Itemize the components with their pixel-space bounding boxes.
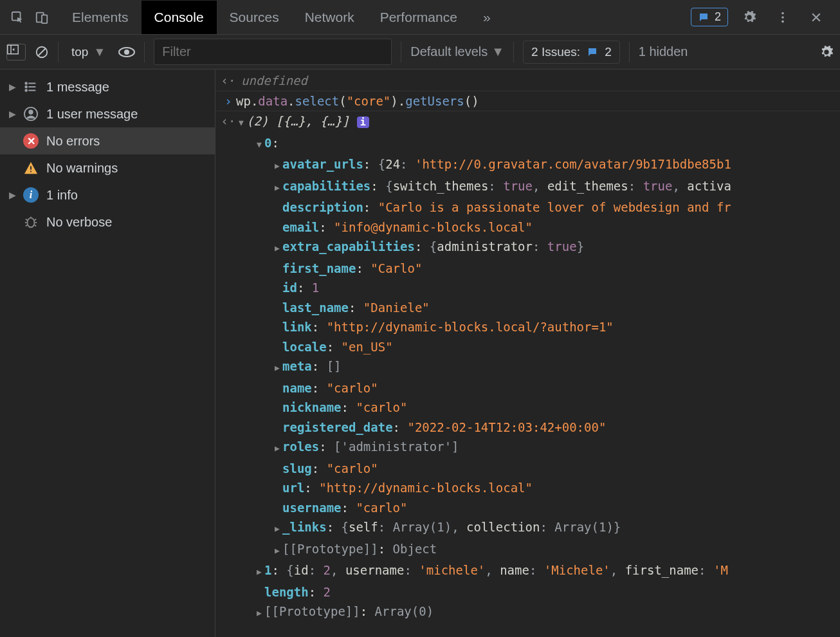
clear-console-icon[interactable]: [35, 45, 49, 59]
svg-rect-2: [42, 15, 47, 23]
return-arrow-icon: ‹·: [221, 71, 236, 91]
sidebar-errors[interactable]: ✕ No errors: [0, 127, 215, 154]
error-icon: ✕: [23, 133, 39, 149]
expand-arrow-icon: ▶: [9, 109, 15, 119]
svg-point-12: [25, 89, 27, 91]
svg-point-10: [25, 82, 27, 84]
log-levels-selector[interactable]: Default levels ▼: [410, 44, 504, 59]
object-property[interactable]: ▶meta: []: [215, 356, 840, 378]
object-property[interactable]: locale: "en_US": [215, 337, 840, 357]
object-property[interactable]: url: "http://dynamic-blocks.local": [215, 478, 840, 498]
expand-toggle-icon[interactable]: ▶: [272, 358, 282, 378]
expand-toggle-icon[interactable]: ▶: [254, 604, 264, 623]
expand-toggle-icon[interactable]: ▶: [272, 439, 282, 459]
top-issues-count: 2: [715, 10, 721, 24]
svg-point-11: [25, 86, 27, 88]
console-settings-gear-icon[interactable]: [819, 45, 834, 59]
object-property[interactable]: ▶avatar_urls: {24: 'http://0.gravatar.co…: [215, 154, 840, 176]
sidebar-label: 1 info: [46, 188, 78, 203]
inspect-icon[interactable]: [5, 5, 30, 30]
object-property[interactable]: ▶capabilities: {switch_themes: true, edi…: [215, 176, 840, 198]
devtools-topbar: Elements Console Sources Network Perform…: [0, 0, 840, 35]
object-property[interactable]: name: "carlo": [215, 378, 840, 398]
tab-console[interactable]: Console: [142, 1, 217, 34]
sidebar-toggle-icon[interactable]: [6, 44, 26, 60]
settings-gear-icon[interactable]: [737, 5, 762, 30]
sidebar-label: No warnings: [46, 161, 118, 176]
console-result-line[interactable]: ‹· ▼(2) [{…}, {…}] i: [215, 111, 840, 133]
sidebar-messages[interactable]: ▶ 1 message: [0, 73, 215, 100]
tab-performance[interactable]: Performance: [367, 1, 470, 34]
object-property[interactable]: email: "info@dynamic-blocks.local": [215, 217, 840, 237]
svg-rect-16: [30, 171, 32, 172]
object-prototype[interactable]: ▶[[Prototype]]: Array(0): [215, 602, 840, 623]
info-icon: i: [23, 187, 39, 203]
devtools-tabs: Elements Console Sources Network Perform…: [59, 1, 691, 34]
close-icon[interactable]: [804, 5, 828, 30]
undefined-value: undefined: [236, 71, 840, 91]
tab-sources[interactable]: Sources: [217, 1, 292, 34]
tab-overflow[interactable]: »: [470, 1, 504, 34]
svg-rect-15: [30, 166, 32, 170]
expand-toggle-icon[interactable]: ▶: [272, 239, 282, 259]
expand-toggle-icon[interactable]: ▶: [254, 562, 264, 582]
sidebar-label: No verbose: [46, 215, 112, 230]
tab-elements[interactable]: Elements: [59, 1, 142, 34]
sidebar-user-messages[interactable]: ▶ 1 user message: [0, 100, 215, 127]
live-expression-icon[interactable]: [118, 46, 135, 58]
kebab-menu-icon[interactable]: [771, 5, 795, 30]
console-toolbar: top ▼ Default levels ▼ 2 Issues: 2 1 hid…: [0, 35, 840, 69]
svg-point-5: [781, 20, 784, 23]
console-output: ‹· undefined › wp.data.select("core").ge…: [215, 69, 840, 637]
chevron-down-icon: ▼: [491, 44, 504, 59]
expand-toggle-icon[interactable]: ▶: [272, 156, 282, 176]
prompt-icon: ›: [221, 91, 236, 111]
context-label: top: [71, 45, 88, 59]
sidebar-info[interactable]: ▶ i 1 info: [0, 181, 215, 208]
tab-network[interactable]: Network: [292, 1, 367, 34]
svg-point-17: [28, 218, 35, 228]
return-arrow-icon: ‹·: [221, 111, 236, 133]
context-selector[interactable]: top ▼: [68, 42, 109, 62]
hidden-count[interactable]: 1 hidden: [639, 44, 688, 59]
filter-input[interactable]: [154, 39, 392, 65]
device-toggle-icon[interactable]: [30, 5, 54, 30]
expand-toggle-icon[interactable]: ▼: [254, 135, 264, 155]
expand-toggle-icon[interactable]: ▶: [272, 519, 282, 539]
sidebar-warnings[interactable]: No warnings: [0, 154, 215, 181]
object-entry[interactable]: ▼0:: [215, 133, 840, 155]
expand-arrow-icon: ▶: [9, 190, 15, 200]
expand-toggle-icon[interactable]: ▼: [236, 113, 246, 133]
object-property[interactable]: ▶roles: ['administrator']: [215, 437, 840, 459]
object-property[interactable]: slug: "carlo": [215, 459, 840, 479]
object-property[interactable]: first_name: "Carlo": [215, 259, 840, 279]
console-return-line: ‹· undefined: [215, 71, 840, 91]
expand-toggle-icon[interactable]: ▶: [272, 541, 282, 561]
object-property[interactable]: username: "carlo": [215, 498, 840, 518]
object-entry[interactable]: ▶1: {id: 2, username: 'michele', name: '…: [215, 560, 840, 582]
warning-icon: [23, 160, 39, 176]
object-prototype[interactable]: ▶[[Prototype]]: Object: [215, 539, 840, 561]
chevron-down-icon: ▼: [93, 45, 105, 59]
issues-count: 2: [605, 45, 612, 59]
console-input-line[interactable]: › wp.data.select("core").getUsers(): [215, 91, 840, 111]
expand-arrow-icon: ▶: [9, 82, 15, 92]
info-badge[interactable]: i: [357, 116, 369, 128]
object-property[interactable]: ▶_links: {self: Array(1), collection: Ar…: [215, 517, 840, 539]
user-icon: [23, 106, 39, 122]
expand-toggle-icon[interactable]: ▶: [272, 178, 282, 198]
object-property[interactable]: registered_date: "2022-02-14T12:03:42+00…: [215, 418, 840, 438]
object-property[interactable]: description: "Carlo is a passionate love…: [215, 198, 840, 217]
object-property[interactable]: nickname: "carlo": [215, 398, 840, 418]
toolbar-issues-box[interactable]: 2 Issues: 2: [523, 41, 620, 64]
sidebar-verbose[interactable]: No verbose: [0, 208, 215, 235]
top-issues-badge[interactable]: 2: [691, 8, 728, 26]
object-property[interactable]: ▶extra_capabilities: {administrator: tru…: [215, 237, 840, 259]
object-property[interactable]: id: 1: [215, 278, 840, 298]
console-sidebar: ▶ 1 message ▶ 1 user message ✕ No errors…: [0, 69, 215, 637]
svg-point-14: [28, 110, 33, 115]
object-property[interactable]: last_name: "Daniele": [215, 298, 840, 318]
object-property[interactable]: length: 2: [215, 582, 840, 602]
object-property[interactable]: link: "http://dynamic-blocks.local/?auth…: [215, 317, 840, 337]
chat-icon: [587, 46, 598, 58]
